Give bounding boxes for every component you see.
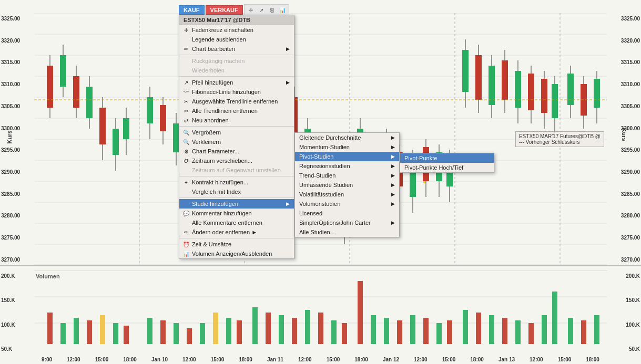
menu-volatilitaet[interactable]: Volatilitätsstudien ▶: [295, 190, 399, 199]
y-label-8: 3290.00: [1, 169, 33, 175]
submenu-arrow-um: ▶: [391, 182, 395, 188]
y-label-r4: 3310.00: [608, 81, 640, 87]
svg-rect-31: [123, 118, 129, 139]
svg-rect-132: [371, 315, 376, 344]
chart-icon[interactable]: 📊: [278, 6, 287, 14]
submenu-arrow-re: ▶: [391, 163, 395, 169]
time-axis: 9:00 12:00 15:00 18:00 Jan 10 12:00 15:0…: [34, 357, 607, 362]
menu-volumen-studien[interactable]: Volumenstudien ▶: [295, 199, 399, 209]
menu-vergroessern[interactable]: 🔍 Vergrößern: [179, 128, 294, 137]
menu-alle-trend[interactable]: ✂ Alle Trendlinien entfernen: [179, 106, 294, 116]
svg-rect-109: [60, 323, 66, 344]
sep-6: [179, 238, 294, 238]
submenu-arrow-mo: ▶: [391, 144, 395, 150]
menu-simpler[interactable]: SimplerOptions/John Carter ▶: [295, 218, 399, 227]
y-label-r7: 3295.00: [608, 147, 640, 153]
arrange-icon: ⇄: [182, 117, 190, 124]
menu-legende[interactable]: Legende ausblenden: [179, 35, 294, 44]
y-label-r10: 3280.00: [608, 213, 640, 219]
svg-rect-129: [331, 320, 337, 344]
link-icon[interactable]: ⛓: [268, 6, 276, 14]
menu-umfassend[interactable]: Umfassende Studien ▶: [295, 180, 399, 190]
zeit-icon: ⏰: [182, 241, 190, 248]
kurs-label-left: Kurs: [6, 130, 13, 143]
y-label-1: 3325.00: [1, 16, 33, 22]
menu-chart-param[interactable]: ⚙ Chart Parameter...: [179, 147, 294, 156]
menu-momentum[interactable]: Momentum-Studien ▶: [295, 142, 399, 152]
submenu-studie: Gleitende Durchschnitte ▶ Momentum-Studi…: [294, 132, 400, 237]
pfeil-icon: ↗: [182, 79, 190, 86]
remove-all-trend-icon: ✂: [182, 107, 190, 115]
svg-rect-147: [568, 318, 573, 344]
svg-rect-113: [113, 323, 118, 344]
menu-pfeil[interactable]: ↗ Pfeil hinzufügen ▶: [179, 78, 294, 87]
edit-icon: ✏: [182, 45, 190, 53]
svg-rect-108: [47, 313, 53, 344]
svg-rect-112: [100, 315, 105, 344]
svg-rect-121: [226, 318, 231, 344]
y-label-r1: 3325.00: [608, 16, 640, 22]
menu-aendern[interactable]: ✏ Ändern oder entfernen ►: [179, 227, 294, 237]
y-label-10: 3280.00: [1, 213, 33, 219]
svg-rect-116: [160, 320, 166, 344]
zoom-out-icon: 🔍: [182, 138, 190, 145]
svg-rect-134: [397, 320, 402, 344]
svg-rect-35: [160, 105, 166, 131]
svg-rect-139: [463, 310, 468, 344]
menu-kommentar[interactable]: 💬 Kommentar hinzufügen: [179, 209, 294, 218]
menu-chart-bearbeiten[interactable]: ✏ Chart bearbeiten ▶: [179, 44, 294, 54]
menu-zeit-umsaetze[interactable]: ⏰ Zeit & Umsätze: [179, 240, 294, 249]
menu-licensed[interactable]: Licensed: [295, 209, 399, 218]
crosshair-icon[interactable]: ✛: [247, 6, 255, 14]
menu-gleitende[interactable]: Gleitende Durchschnitte ▶: [295, 133, 399, 142]
kurs-label-right: Kurs: [620, 128, 627, 141]
volumen-icon: 📊: [182, 250, 190, 257]
svg-rect-122: [237, 320, 242, 344]
svg-rect-89: [515, 71, 521, 108]
menu-regression[interactable]: Regressionsstudien ▶: [295, 161, 399, 171]
arrow-icon[interactable]: ↗: [257, 6, 266, 14]
svg-rect-126: [292, 318, 297, 344]
y-label-4: 3310.00: [1, 81, 33, 87]
svg-rect-85: [489, 66, 495, 105]
svg-rect-27: [99, 108, 106, 144]
menu-kontrakt[interactable]: + Kontrakt hinzufügen...: [179, 178, 294, 187]
kauf-button[interactable]: KAUF: [179, 5, 205, 15]
menu-trend[interactable]: Trend-Studien ▶: [295, 171, 399, 180]
menu-vergleich[interactable]: Vergleich mit Index: [179, 187, 294, 196]
menu-ausgewaehlt[interactable]: ✂ Ausgewählte Trendlinie entfernen: [179, 97, 294, 106]
menu-alle-studien[interactable]: Alle Studien...: [295, 227, 399, 237]
svg-rect-110: [74, 318, 79, 344]
menu-volumen[interactable]: 📊 Volumen Anzeigen/Ausblenden: [179, 249, 294, 258]
svg-rect-111: [87, 320, 92, 344]
sep-5: [179, 197, 294, 198]
menu-pivot-studien[interactable]: Pivot-Studien ▶: [295, 152, 399, 161]
menu-fibonacci[interactable]: 〰 Fibonacci-Linie hinzufügen: [179, 87, 294, 97]
svg-rect-124: [266, 313, 271, 344]
menu-verkleinern[interactable]: 🔍 Verkleinern: [179, 137, 294, 147]
menu-fadenkreuz[interactable]: ✛ Fadenkreuz einschalten: [179, 25, 294, 35]
vol-y-axis-right: 200.K 150.K 100.K 50.K: [607, 271, 641, 355]
legend-title: ESTX50 MAR'17 Futures@DTB @: [519, 133, 601, 139]
kontrakt-icon: +: [182, 179, 190, 186]
verkauf-button[interactable]: VERKAUF: [206, 5, 243, 15]
svg-rect-143: [515, 320, 521, 344]
menu-zeitraum-verschieben[interactable]: ⏱ Zeitraum verschieben...: [179, 156, 294, 165]
submenu-arrow-studie: ▶: [286, 201, 290, 206]
svg-rect-119: [200, 323, 205, 344]
y-axis-left: 3325.00 3320.00 3315.00 3310.00 3305.00 …: [0, 13, 34, 265]
y-label-r5: 3305.00: [608, 103, 640, 109]
menu-neu-anordnen[interactable]: ⇄ Neu anordnen: [179, 116, 294, 125]
time-shift-icon: ⏱: [182, 157, 190, 164]
svg-rect-140: [476, 313, 481, 344]
menu-pivot-hoch-tief[interactable]: Pivot-Punkte Hoch/Tief: [400, 163, 494, 172]
menu-alle-kommentare[interactable]: Alle Kommentare entfernen: [179, 218, 294, 227]
svg-rect-114: [124, 326, 129, 344]
sep-3: [179, 126, 294, 127]
vol-y-axis-left: 200.K 150.K 100.K 50.K: [0, 271, 34, 355]
menu-studie[interactable]: Studie hinzufügen ▶: [179, 199, 294, 209]
zoom-in-icon: 🔍: [182, 129, 190, 136]
submenu-arrow-pi: ▶: [391, 154, 395, 159]
menu-pivot-punkte[interactable]: Pivot-Punkte: [400, 153, 494, 163]
fadenkreuz-icon: ✛: [182, 26, 190, 34]
